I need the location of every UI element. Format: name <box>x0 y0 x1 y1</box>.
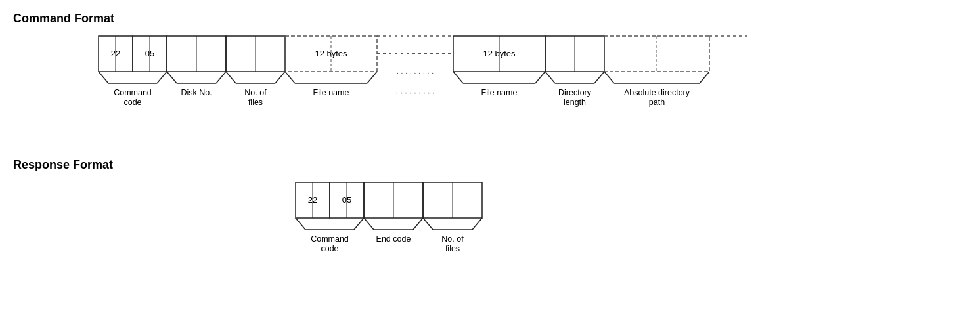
svg-line-76 <box>423 218 433 230</box>
svg-text:End code: End code <box>376 234 411 243</box>
svg-line-29 <box>167 72 177 83</box>
svg-text:Disk No.: Disk No. <box>181 88 212 97</box>
response-format-diagram: 22 05 Command code <box>296 182 624 284</box>
svg-line-30 <box>216 72 226 83</box>
response-format-title: Response Format <box>13 158 980 172</box>
svg-line-53 <box>700 72 709 83</box>
svg-text:files: files <box>445 244 460 253</box>
svg-text:No. of: No. of <box>441 234 464 243</box>
svg-line-67 <box>296 218 305 230</box>
svg-text:length: length <box>564 98 586 107</box>
svg-text:File name: File name <box>481 88 518 97</box>
svg-text:Absolute directory: Absolute directory <box>624 88 690 97</box>
svg-text:Command: Command <box>311 234 349 243</box>
response-format-section: Response Format 22 05 <box>13 158 980 286</box>
svg-text:code: code <box>321 244 338 253</box>
svg-text:Command: Command <box>114 88 152 97</box>
svg-text:·  ·  ·  ·  ·  ·  ·  ·  ·: · · · · · · · · · <box>395 88 434 97</box>
svg-line-68 <box>354 218 364 230</box>
svg-text:code: code <box>123 98 141 107</box>
svg-line-25 <box>157 72 167 83</box>
svg-line-52 <box>604 72 614 83</box>
svg-line-38 <box>285 72 295 83</box>
svg-text:Directory: Directory <box>558 88 592 97</box>
svg-line-72 <box>364 218 374 230</box>
svg-text:·  ·  ·  ·  ·  ·  ·  ·  ·: · · · · · · · · · <box>397 68 434 77</box>
command-format-title: Command Format <box>13 12 980 26</box>
svg-line-48 <box>594 72 604 83</box>
svg-line-39 <box>367 72 377 83</box>
svg-line-73 <box>413 218 423 230</box>
svg-text:path: path <box>649 98 665 107</box>
svg-line-77 <box>472 218 482 230</box>
svg-line-33 <box>226 72 236 83</box>
svg-line-43 <box>453 72 463 83</box>
command-format-section: Command Format 22 05 <box>13 12 980 140</box>
svg-line-24 <box>99 72 108 83</box>
svg-line-47 <box>545 72 555 83</box>
svg-text:No. of: No. of <box>244 88 267 97</box>
svg-line-34 <box>275 72 285 83</box>
svg-text:File name: File name <box>313 88 349 97</box>
svg-text:files: files <box>248 98 263 107</box>
command-format-diagram: 22 05 12 bytes · · · · <box>99 36 952 138</box>
svg-line-44 <box>535 72 545 83</box>
